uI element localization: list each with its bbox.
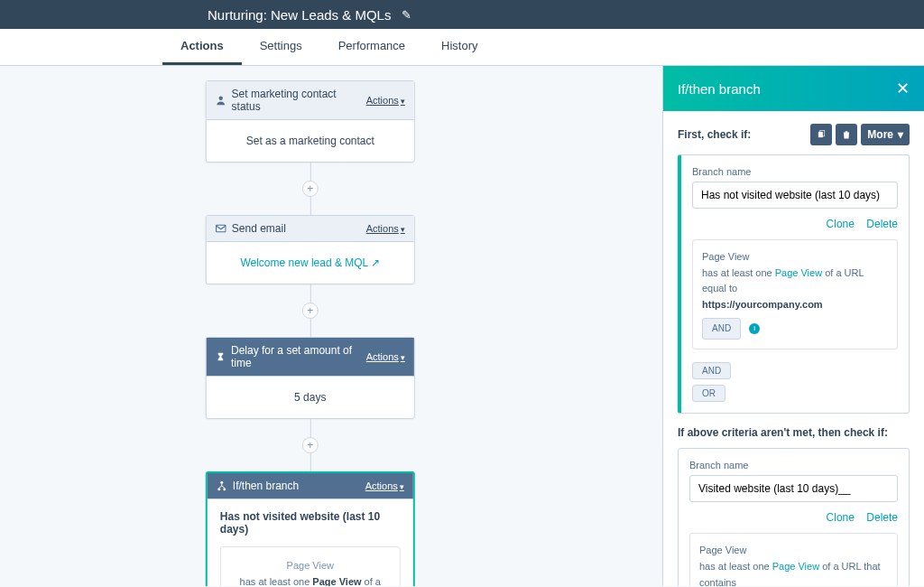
branch-name-label: Branch name [689,460,898,471]
criteria-summary: Page View has at least one Page View of … [220,546,401,586]
copy-button[interactable] [810,124,832,145]
edit-title-icon[interactable]: ✎ [402,8,411,22]
email-link[interactable]: Welcome new lead & MQL ↗ [240,256,380,269]
card-send-email[interactable]: Send email Actions▾ Welcome new lead & M… [206,215,415,284]
branch-icon [217,480,227,491]
card-title: Set marketing contact status [232,88,366,113]
card-actions-menu[interactable]: Actions▾ [366,223,405,234]
ifthen-panel: If/then branch ✕ First, check if: More▾ … [662,66,924,586]
card-actions-menu[interactable]: Actions▾ [365,480,404,491]
card-title: Send email [232,222,286,235]
tab-bar: Actions Settings Performance History [0,29,924,66]
first-check-label: First, check if: [678,128,751,141]
close-icon[interactable]: ✕ [896,79,910,98]
info-icon[interactable]: i [749,323,760,334]
svg-rect-1 [217,225,226,232]
svg-point-0 [218,97,222,100]
panel-title: If/then branch [678,81,761,97]
tab-actions[interactable]: Actions [162,29,242,65]
panel-header: If/then branch ✕ [663,66,924,111]
svg-point-2 [220,481,223,484]
header-bar: Nurturing: New Leads & MQLs ✎ [0,0,924,29]
tab-settings[interactable]: Settings [242,29,320,65]
user-icon [216,95,226,106]
svg-point-3 [217,488,220,490]
criteria-box[interactable]: Page View has at least one Page View of … [689,533,898,586]
card-set-marketing-status[interactable]: Set marketing contact status Actions▾ Se… [206,80,415,163]
workflow-title: Nurturing: New Leads & MQLs [208,7,391,23]
branch-name: Has not visited website (last 10 days) [220,510,401,536]
delete-link[interactable]: Delete [866,218,898,230]
clone-link[interactable]: Clone [827,218,855,230]
card-ifthen-branch[interactable]: If/then branch Actions▾ Has not visited … [206,471,415,586]
between-label: If above criteria aren't met, then check… [678,426,910,439]
or-button[interactable]: OR [692,385,725,402]
and-button[interactable]: AND [692,362,731,379]
workflow-canvas[interactable]: Set marketing contact status Actions▾ Se… [0,66,662,586]
svg-point-4 [223,488,226,490]
trash-icon [842,130,851,139]
hourglass-icon [216,351,226,362]
branch-name-input[interactable] [692,182,898,209]
card-title: Delay for a set amount of time [231,344,366,369]
add-action-button[interactable]: + [302,181,319,197]
branch-block-2: Branch name Clone Delete Page View has a… [678,448,910,586]
card-title: If/then branch [233,480,299,492]
criteria-box[interactable]: Page View has at least one Page View of … [692,239,898,349]
card-body: 5 days [207,377,414,418]
copy-icon [817,130,826,139]
delete-link[interactable]: Delete [866,511,898,524]
branch-name-input[interactable] [689,475,898,502]
more-button[interactable]: More▾ [861,124,910,145]
card-actions-menu[interactable]: Actions▾ [366,351,405,362]
branch-name-label: Branch name [692,166,898,177]
card-actions-menu[interactable]: Actions▾ [366,95,405,106]
email-icon [216,223,226,234]
and-chip[interactable]: AND [702,318,741,340]
card-delay[interactable]: Delay for a set amount of time Actions▾ … [206,337,415,419]
branch-block-1: Branch name Clone Delete Page View has a… [678,154,910,414]
tab-performance[interactable]: Performance [320,29,423,65]
add-action-button[interactable]: + [302,303,319,319]
delete-button[interactable] [836,124,857,145]
add-action-button[interactable]: + [302,437,319,453]
clone-link[interactable]: Clone [827,511,855,524]
card-body: Set as a marketing contact [207,120,414,162]
tab-history[interactable]: History [423,29,495,65]
